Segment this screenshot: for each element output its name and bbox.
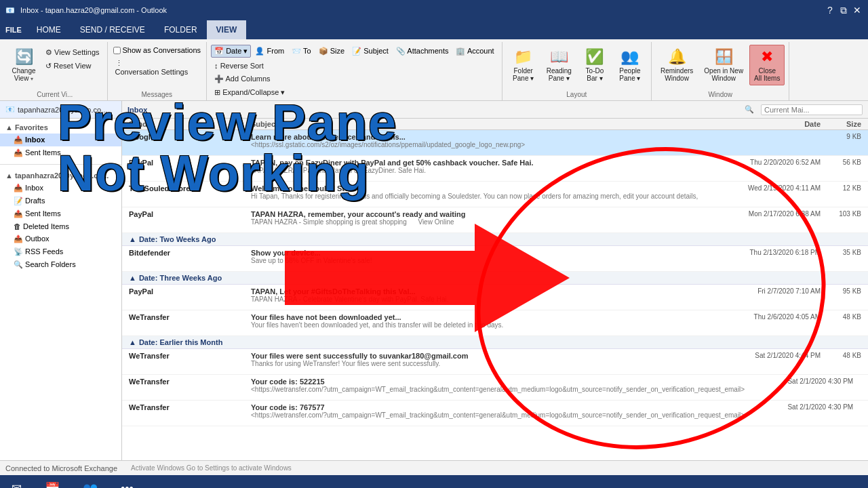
favorites-section: ▲ Favorites 📥 Inbox 📤 Sent Items (0, 119, 121, 162)
title-bar-text: Inbox - tapan.hazra20@gmail.com - Outloo… (20, 6, 167, 14)
open-new-window-button[interactable]: 🪟 Open in NewWindow (699, 45, 748, 85)
main-area: 📧 tapanhazra20@yahoo.co... ▲ Favorites 📥… (0, 101, 868, 460)
sidebar-item-deleted[interactable]: 🗑 Deleted Items (0, 220, 121, 232)
account-label[interactable]: 📧 tapanhazra20@yahoo.co... (0, 101, 121, 119)
email-subject-cell: Learn more about our services and Terms.… (251, 133, 712, 148)
ribbon-content: 🔄 ChangeView ▾ ⚙ View Settings ↺ Reset V… (0, 39, 868, 100)
reading-pane-icon: 📖 (550, 48, 568, 66)
group-arrangement: 📅 Date ▾ 👤 From 📨 To 📦 Size 📝 Subject 📎 … (207, 42, 502, 100)
reminders-window-button[interactable]: 🔔 RemindersWindow (656, 45, 698, 85)
open-new-icon: 🪟 (715, 48, 733, 66)
sidebar-item-sent2[interactable]: 📤 Sent Items (0, 207, 121, 220)
reverse-sort-button[interactable]: ↕ Reverse Sort (211, 60, 288, 72)
email-row[interactable]: WeTransfer Your code is: 522215 <https:/… (122, 375, 868, 401)
email-list: Google Learn more about our services and… (122, 130, 868, 460)
current-view-label: Current Vi... (37, 89, 73, 100)
todo-bar-button[interactable]: ✅ To-DoBar ▾ (578, 45, 612, 85)
window-controls[interactable]: ? ⧉ ✕ (825, 5, 863, 16)
close-all-icon: ✖ (761, 48, 773, 66)
people-pane-icon: 👥 (620, 48, 639, 66)
reading-pane-button[interactable]: 📖 ReadingPane ▾ (542, 45, 576, 85)
email-row[interactable]: PayPal TAPAN HAZRA, remember, your accou… (122, 207, 868, 233)
account2-header[interactable]: ▲ tapanhazra20@yahoo.co... (0, 169, 121, 182)
account2-section: ▲ tapanhazra20@yahoo.co... 📥 Inbox 📝 Dra… (0, 167, 121, 274)
sidebar: 📧 tapanhazra20@yahoo.co... ▲ Favorites 📥… (0, 101, 122, 460)
change-view-button[interactable]: 🔄 ChangeView ▾ (7, 45, 41, 85)
close-all-button[interactable]: ✖ CloseAll Items (749, 45, 785, 85)
reminders-icon: 🔔 (668, 48, 686, 66)
email-list-header: Inbox 🔍 (122, 101, 868, 119)
sidebar-item-rss[interactable]: 📡 RSS Feeds (0, 245, 121, 258)
group-window: 🔔 RemindersWindow 🪟 Open in NewWindow ✖ … (652, 42, 790, 100)
email-sender-cell: Google (129, 133, 251, 141)
divider-1 (0, 164, 121, 165)
sidebar-item-sent[interactable]: 📤 Sent Items (0, 146, 121, 159)
title-bar: 📧 Inbox - tapan.hazra20@gmail.com - Outl… (0, 0, 868, 20)
col-subject: Subject (251, 120, 712, 128)
add-columns-button[interactable]: ➕ Add Columns (211, 73, 288, 85)
conv-settings-icon: ⋮ (115, 59, 123, 68)
todo-bar-icon: ✅ (585, 48, 604, 66)
tab-folder[interactable]: FOLDER (155, 20, 207, 39)
folder-pane-icon: 📁 (514, 48, 532, 66)
tab-home[interactable]: HOME (27, 20, 71, 39)
sort-from[interactable]: 👤 From (252, 45, 288, 58)
current-view-buttons: 🔄 ChangeView ▾ ⚙ View Settings ↺ Reset V… (7, 42, 103, 89)
nav-more-button[interactable]: ••• (115, 479, 140, 489)
tab-send-receive[interactable]: SEND / RECEIVE (71, 20, 155, 39)
nav-mail-button[interactable]: ✉ (5, 478, 28, 488)
email-row[interactable]: Bitdefender Show your device... Save up … (122, 246, 868, 272)
sidebar-item-inbox2[interactable]: 📥 Inbox (0, 182, 121, 195)
arrangement-extras: ↕ Reverse Sort ➕ Add Columns ⊞ Expand/Co… (211, 60, 288, 99)
ribbon-tabs: FILE HOME SEND / RECEIVE FOLDER VIEW (0, 20, 868, 39)
show-conversations-checkbox[interactable]: Show as Conversations (112, 45, 203, 56)
tab-file[interactable]: FILE (0, 20, 27, 39)
sidebar-item-outbox[interactable]: 📤 Outbox (0, 232, 121, 245)
favorites-header[interactable]: ▲ Favorites (0, 121, 121, 134)
filter-label: 🔍 (745, 105, 754, 114)
group-messages: Show as Conversations ⋮ Conversation Set… (108, 42, 208, 100)
date-group-two-weeks[interactable]: ▲ Date: Two Weeks Ago (122, 233, 868, 246)
sort-subject[interactable]: 📝 Subject (349, 45, 392, 58)
reset-view-button[interactable]: ↺ Reset View (42, 60, 103, 73)
sidebar-item-drafts[interactable]: 📝 Drafts (0, 195, 121, 207)
sort-attachments[interactable]: 📎 Attachments (393, 45, 452, 58)
view-settings-button[interactable]: ⚙ View Settings (42, 46, 103, 59)
search-input[interactable] (761, 104, 863, 115)
nav-calendar-button[interactable]: 📅 (39, 478, 66, 488)
sort-account[interactable]: 🏢 Account (452, 45, 497, 58)
tab-view[interactable]: VIEW (207, 20, 247, 39)
column-headers: Sender Subject Date Size (122, 119, 868, 130)
sort-size[interactable]: 📦 Size (315, 45, 348, 58)
email-row[interactable]: WeTransfer Your code is: 767577 <https:/… (122, 401, 868, 426)
status-bar: Connected to Microsoft Exchange Activate… (0, 460, 868, 475)
email-row[interactable]: WeTransfer Your files were sent successf… (122, 349, 868, 375)
messages-buttons: Show as Conversations ⋮ Conversation Set… (112, 42, 203, 89)
conversation-settings-button[interactable]: ⋮ Conversation Settings (112, 57, 203, 78)
status-connected: Connected to Microsoft Exchange (5, 464, 117, 472)
group-layout: 📁 FolderPane ▾ 📖 ReadingPane ▾ ✅ To-DoBa… (502, 42, 652, 100)
messages-label: Messages (142, 89, 173, 100)
ribbon: FILE HOME SEND / RECEIVE FOLDER VIEW 🔄 C… (0, 20, 868, 101)
show-conversations-label[interactable]: Show as Conversations (123, 46, 201, 54)
date-group-three-weeks[interactable]: ▲ Date: Three Weeks Ago (122, 272, 868, 285)
sort-to[interactable]: 📨 To (288, 45, 314, 58)
email-row[interactable]: Google Learn more about our services and… (122, 130, 868, 156)
email-row[interactable]: The Souled Store Welcome to The Souled S… (122, 182, 868, 207)
expand-collapse-button[interactable]: ⊞ Expand/Collapse ▾ (211, 86, 288, 99)
folder-pane-button[interactable]: 📁 FolderPane ▾ (507, 45, 540, 85)
bottom-nav: ✉ 📅 👥 ••• (0, 475, 868, 488)
help-btn[interactable]: ? (825, 5, 835, 16)
sidebar-item-search-folders[interactable]: 🔍 Search Folders (0, 258, 121, 271)
date-group-earlier-month[interactable]: ▲ Date: Earlier this Month (122, 336, 868, 349)
email-row[interactable]: PayPal TAPAN, Let your #GiftsDoTheTalkin… (122, 285, 868, 310)
close-btn[interactable]: ✕ (852, 5, 863, 16)
group-current-view: 🔄 ChangeView ▾ ⚙ View Settings ↺ Reset V… (3, 42, 108, 100)
people-pane-button[interactable]: 👥 PeoplePane ▾ (613, 45, 647, 85)
email-row[interactable]: PayPal TAPAN, pay on EazyDiner with PayP… (122, 156, 868, 182)
sidebar-item-inbox[interactable]: 📥 Inbox (0, 134, 121, 146)
nav-people-button[interactable]: 👥 (77, 478, 104, 488)
sort-date[interactable]: 📅 Date ▾ (211, 45, 251, 58)
email-row[interactable]: WeTransfer Your files have not been down… (122, 310, 868, 336)
restore-btn[interactable]: ⧉ (838, 5, 849, 16)
